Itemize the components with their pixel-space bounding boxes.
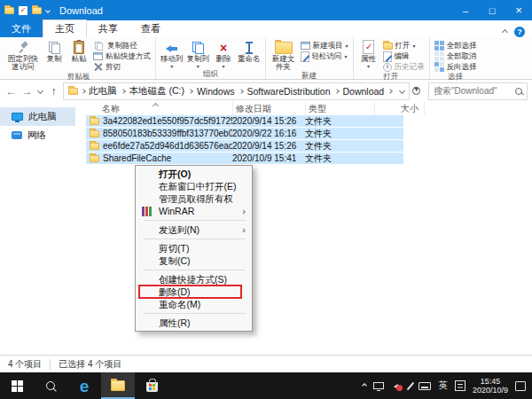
menu-item-open[interactable]: 打开(O): [136, 168, 252, 180]
crumb-separator-icon: [387, 89, 393, 94]
copy-icon: [49, 42, 60, 54]
search-icon[interactable]: [515, 88, 522, 95]
copy-path-button[interactable]: 复制路径: [93, 41, 151, 51]
file-row-3[interactable]: ee6fde27a52d946d1d636576eac64969 2020/9/…: [86, 140, 403, 152]
tab-home[interactable]: 主页: [43, 20, 87, 37]
breadcrumb-this-pc[interactable]: 此电脑: [89, 85, 117, 98]
menu-item-cut[interactable]: 剪切(T): [136, 242, 252, 254]
breadcrumb-softwaredistribution[interactable]: SoftwareDistribution: [247, 86, 331, 97]
sidebar-item-this-pc[interactable]: 此电脑: [0, 107, 75, 126]
scissors-icon: [93, 62, 103, 72]
address-breadcrumb[interactable]: 此电脑 本地磁盘 (C:) Windows SoftwareDistributi…: [63, 82, 410, 100]
select-none-button[interactable]: 全部取消: [434, 51, 477, 61]
refresh-icon[interactable]: [412, 87, 420, 95]
up-button[interactable]: ↑: [47, 85, 60, 98]
easy-access-button[interactable]: 轻松访问 ▾: [301, 51, 348, 61]
paste-shortcut-button[interactable]: 粘贴快捷方式: [93, 51, 151, 61]
edit-button[interactable]: 编辑: [383, 51, 425, 61]
menu-item-create-shortcut[interactable]: 创建快捷方式(S): [136, 273, 252, 286]
move-to-button[interactable]: 移动到 ▾: [160, 39, 184, 69]
column-header-size[interactable]: 大小: [375, 102, 425, 115]
quick-access-folder-icon[interactable]: [32, 7, 42, 14]
menu-item-delete[interactable]: 删除(D): [136, 286, 252, 298]
taskbar-edge-button[interactable]: e: [67, 372, 101, 399]
minimize-button[interactable]: –: [452, 0, 479, 20]
ime-icon[interactable]: [455, 380, 466, 391]
crumb-separator-icon: [334, 89, 340, 94]
pen-icon[interactable]: [407, 381, 415, 390]
select-all-button[interactable]: 全部选择: [434, 41, 477, 51]
column-header-date[interactable]: 修改日期: [233, 102, 306, 115]
menu-item-properties[interactable]: 属性(R): [136, 317, 252, 329]
file-row-1[interactable]: 3a422082ed1e550f957dc5f917256862 2020/9/…: [86, 115, 403, 127]
open-button[interactable]: 打开 ▾: [383, 41, 425, 51]
start-button[interactable]: [0, 372, 34, 399]
invert-selection-button[interactable]: 反向选择: [434, 62, 477, 72]
properties-icon: ✓: [363, 40, 374, 54]
volume-muted-icon[interactable]: [391, 381, 403, 391]
maximize-button[interactable]: □: [479, 0, 505, 20]
invert-selection-icon: [434, 62, 444, 72]
file-row-4[interactable]: SharedFileCache 2020/10/9 15:41 文件夹: [86, 153, 403, 164]
new-item-button[interactable]: 新建项目 ▾: [301, 41, 348, 51]
search-input[interactable]: [434, 86, 515, 96]
hidden-icons-chevron-icon[interactable]: [363, 383, 368, 388]
address-history-dropdown-icon[interactable]: [399, 88, 405, 94]
forward-button[interactable]: →: [20, 85, 34, 98]
menu-item-rename[interactable]: 重命名(M): [136, 298, 252, 310]
column-header-type[interactable]: 类型: [306, 102, 375, 115]
delete-button[interactable]: × 删除 ▾: [213, 39, 234, 69]
location-folder-icon: [68, 88, 78, 95]
tab-share[interactable]: 共享: [87, 20, 129, 37]
pin-icon: [17, 41, 29, 54]
navigation-pane: 此电脑 网络: [0, 102, 75, 354]
menu-item-send-to[interactable]: 发送到(N) ›: [136, 223, 252, 236]
breadcrumb-local-disk-c[interactable]: 本地磁盘 (C:): [129, 85, 184, 98]
touch-keyboard-icon[interactable]: [419, 382, 431, 390]
breadcrumb-windows[interactable]: Windows: [197, 86, 235, 97]
network-tray-icon[interactable]: [373, 382, 384, 389]
sidebar-item-network[interactable]: 网络: [0, 126, 75, 145]
menu-item-copy[interactable]: 复制(C): [136, 254, 252, 267]
tab-view[interactable]: 查看: [129, 20, 172, 37]
ribbon-tab-row: 文件 主页 共享 查看 ?: [0, 20, 532, 37]
taskbar-store-button[interactable]: [135, 372, 168, 399]
copy-to-button[interactable]: 复制到 ▾: [187, 39, 210, 69]
menu-separator: [144, 220, 246, 221]
new-folder-button[interactable]: 新建文件夹: [270, 39, 297, 71]
pin-to-quick-access-button[interactable]: 固定到快速访问: [6, 39, 40, 71]
copy-button[interactable]: 复制: [43, 39, 65, 63]
taskbar-explorer-button[interactable]: [101, 372, 135, 399]
action-center-icon[interactable]: [515, 381, 526, 391]
menu-item-winrar[interactable]: WinRAR ›: [136, 205, 252, 217]
paste-button[interactable]: 粘贴: [68, 39, 90, 63]
taskbar-clock[interactable]: 15:45 2020/10/9: [473, 377, 508, 395]
quick-access-properties-icon[interactable]: ✓: [19, 6, 27, 15]
ribbon-group-new: 新建文件夹 新建项目 ▾ 轻松访问 ▾: [266, 37, 354, 79]
edge-icon: e: [80, 378, 90, 395]
language-indicator[interactable]: 英: [438, 379, 448, 392]
column-header-name[interactable]: 名称: [75, 102, 233, 115]
rename-button[interactable]: 重命名: [238, 39, 261, 63]
breadcrumb-download[interactable]: Download: [343, 86, 385, 97]
back-button[interactable]: ←: [4, 85, 18, 98]
properties-button[interactable]: ✓ 属性 ▾: [358, 39, 379, 69]
cut-button[interactable]: 剪切: [93, 62, 151, 72]
close-button[interactable]: ×: [505, 0, 532, 20]
tab-file[interactable]: 文件: [0, 20, 43, 37]
menu-item-admin-ownership[interactable]: 管理员取得所有权: [136, 192, 252, 205]
organize-group-label: 组织: [160, 69, 261, 82]
minimize-ribbon-icon[interactable]: [502, 28, 508, 35]
quick-access-toolbar-dropdown-icon[interactable]: [45, 8, 51, 13]
new-item-icon: [301, 42, 310, 50]
help-icon[interactable]: ?: [514, 27, 525, 37]
history-button[interactable]: 历史记录: [383, 62, 425, 72]
taskbar: e 英 15:45 2020/10/9: [0, 372, 532, 399]
file-row-2[interactable]: 858050183b53339ffbf313770eb069db 2020/9/…: [86, 128, 403, 139]
taskbar-search-button[interactable]: [34, 372, 67, 399]
address-bar-row: ← → ↑ 此电脑 本地磁盘 (C:) Windows SoftwareDist…: [0, 80, 532, 102]
menu-item-open-new-window[interactable]: 在新窗口中打开(E): [136, 180, 252, 192]
recent-locations-dropdown-icon[interactable]: [37, 88, 43, 94]
search-box[interactable]: [428, 82, 528, 100]
new-folder-icon: [275, 42, 293, 54]
